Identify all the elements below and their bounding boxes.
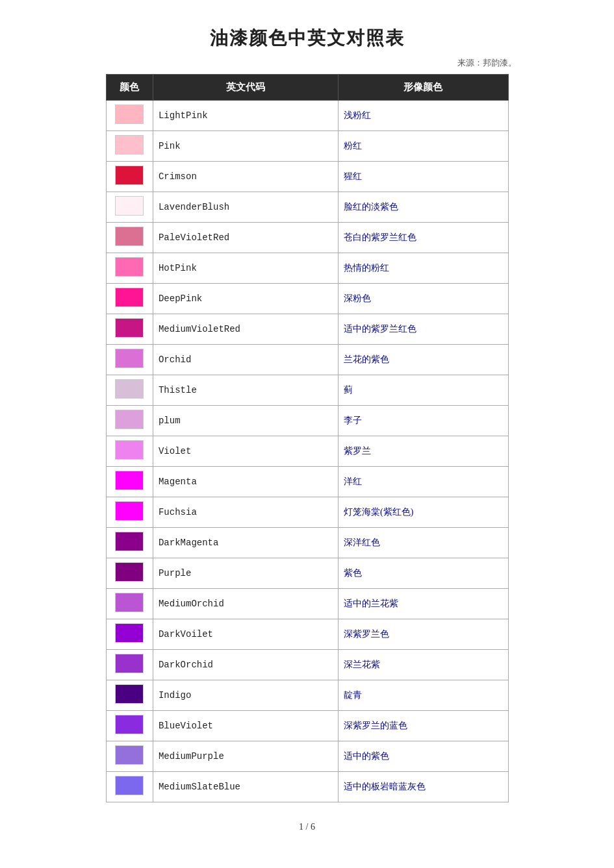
table-row: HotPink热情的粉红 — [106, 253, 508, 284]
color-swatch-cell — [106, 467, 153, 497]
color-swatch-cell — [106, 528, 153, 558]
table-row: DarkMagenta深洋红色 — [106, 528, 508, 558]
color-code-cell: Orchid — [153, 345, 338, 375]
color-swatch — [115, 105, 144, 124]
color-name-cell: 李子 — [339, 406, 508, 436]
table-row: Thistle蓟 — [106, 375, 508, 406]
color-swatch-cell — [106, 192, 153, 223]
color-code-cell: Pink — [153, 131, 338, 162]
header-color: 颜色 — [106, 75, 153, 101]
table-row: Purple紫色 — [106, 558, 508, 589]
color-code-cell: DarkMagenta — [153, 528, 338, 558]
table-row: LightPink浅粉红 — [106, 101, 508, 131]
color-swatch-cell — [106, 314, 153, 345]
color-swatch-cell — [106, 223, 153, 253]
color-swatch — [115, 349, 144, 368]
color-name-cell: 深紫罗兰的蓝色 — [339, 711, 508, 741]
color-swatch-cell — [106, 650, 153, 680]
color-swatch-cell — [106, 131, 153, 162]
color-name-cell: 紫色 — [339, 558, 508, 589]
table-row: BlueViolet深紫罗兰的蓝色 — [106, 711, 508, 741]
color-code-cell: HotPink — [153, 253, 338, 284]
color-swatch — [115, 288, 144, 307]
color-name-cell: 适中的紫色 — [339, 741, 508, 772]
color-swatch-cell — [106, 497, 153, 528]
color-swatch — [115, 623, 144, 643]
table-row: Fuchsia灯笼海棠(紫红色) — [106, 497, 508, 528]
color-swatch-cell — [106, 680, 153, 711]
color-code-cell: MediumSlateBlue — [153, 772, 338, 802]
color-swatch — [115, 532, 144, 551]
color-swatch — [115, 166, 144, 185]
color-swatch — [115, 654, 144, 673]
color-swatch-cell — [106, 711, 153, 741]
color-swatch — [115, 562, 144, 582]
table-row: Crimson猩红 — [106, 162, 508, 192]
table-row: Orchid兰花的紫色 — [106, 345, 508, 375]
color-swatch — [115, 593, 144, 612]
color-swatch — [115, 471, 144, 490]
color-code-cell: DarkVoilet — [153, 619, 338, 650]
color-code-cell: Indigo — [153, 680, 338, 711]
color-code-cell: Purple — [153, 558, 338, 589]
color-name-cell: 苍白的紫罗兰红色 — [339, 223, 508, 253]
color-code-cell: MediumVioletRed — [153, 314, 338, 345]
color-swatch-cell — [106, 406, 153, 436]
color-name-cell: 猩红 — [339, 162, 508, 192]
color-swatch — [115, 227, 144, 246]
color-swatch — [115, 379, 144, 399]
color-name-cell: 蓟 — [339, 375, 508, 406]
table-row: Pink粉红 — [106, 131, 508, 162]
table-row: Violet紫罗兰 — [106, 436, 508, 467]
color-name-cell: 兰花的紫色 — [339, 345, 508, 375]
table-header-row: 颜色 英文代码 形像颜色 — [106, 75, 508, 101]
color-name-cell: 深粉色 — [339, 284, 508, 314]
color-code-cell: DeepPink — [153, 284, 338, 314]
header-name: 形像颜色 — [339, 75, 508, 101]
color-swatch — [115, 715, 144, 734]
color-code-cell: MediumOrchid — [153, 589, 338, 619]
page-title: 油漆颜色中英文对照表 — [210, 26, 405, 51]
color-code-cell: LightPink — [153, 101, 338, 131]
table-row: plum李子 — [106, 406, 508, 436]
color-swatch — [115, 745, 144, 765]
color-swatch — [115, 318, 144, 338]
color-swatch-cell — [106, 589, 153, 619]
color-name-cell: 洋红 — [339, 467, 508, 497]
table-row: MediumSlateBlue适中的板岩暗蓝灰色 — [106, 772, 508, 802]
color-swatch — [115, 684, 144, 704]
color-swatch-cell — [106, 741, 153, 772]
color-swatch-cell — [106, 772, 153, 802]
color-swatch-cell — [106, 101, 153, 131]
color-swatch — [115, 257, 144, 277]
table-row: LavenderBlush脸红的淡紫色 — [106, 192, 508, 223]
color-code-cell: Crimson — [153, 162, 338, 192]
table-row: PaleVioletRed苍白的紫罗兰红色 — [106, 223, 508, 253]
table-row: MediumPurple适中的紫色 — [106, 741, 508, 772]
color-swatch — [115, 196, 144, 216]
color-code-cell: Fuchsia — [153, 497, 338, 528]
color-name-cell: 灯笼海棠(紫红色) — [339, 497, 508, 528]
color-swatch-cell — [106, 436, 153, 467]
color-code-cell: Violet — [153, 436, 338, 467]
color-swatch — [115, 776, 144, 795]
color-code-cell: plum — [153, 406, 338, 436]
table-row: MediumVioletRed适中的紫罗兰红色 — [106, 314, 508, 345]
color-swatch-cell — [106, 558, 153, 589]
color-name-cell: 紫罗兰 — [339, 436, 508, 467]
color-swatch-cell — [106, 162, 153, 192]
color-swatch — [115, 410, 144, 429]
color-name-cell: 热情的粉红 — [339, 253, 508, 284]
color-swatch-cell — [106, 253, 153, 284]
color-name-cell: 适中的兰花紫 — [339, 589, 508, 619]
color-name-cell: 粉红 — [339, 131, 508, 162]
table-row: Magenta洋红 — [106, 467, 508, 497]
color-code-cell: DarkOrchid — [153, 650, 338, 680]
color-code-cell: PaleVioletRed — [153, 223, 338, 253]
color-swatch — [115, 135, 144, 155]
page-number: 1 / 6 — [299, 822, 315, 832]
table-row: Indigo靛青 — [106, 680, 508, 711]
color-swatch-cell — [106, 284, 153, 314]
color-swatch — [115, 501, 144, 521]
color-table: 颜色 英文代码 形像颜色 LightPink浅粉红Pink粉红Crimson猩红… — [106, 74, 509, 802]
